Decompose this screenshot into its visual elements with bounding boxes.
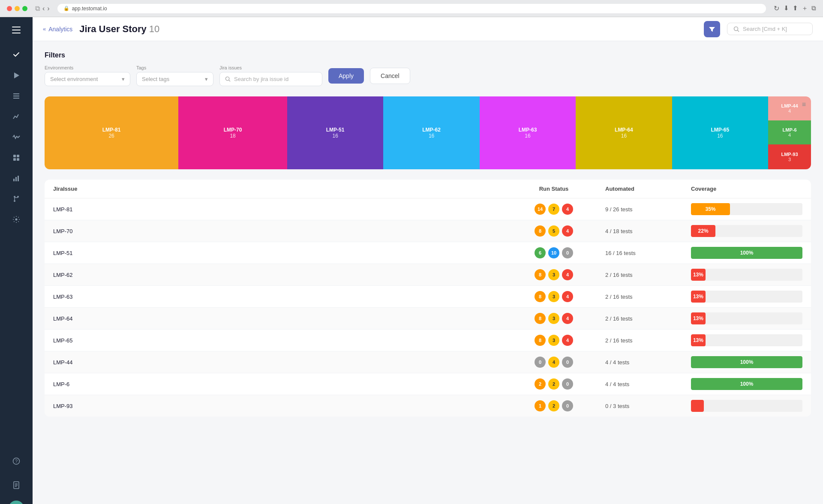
sidebar-item-fork[interactable]	[8, 190, 25, 207]
treemap-cell-lmp-65[interactable]: LMP-6516	[672, 96, 768, 169]
td-coverage: 100%	[682, 242, 811, 264]
sidebar-item-activity[interactable]	[8, 129, 25, 146]
table-row[interactable]: LMP-648342 / 16 tests13%	[45, 308, 811, 330]
table-row[interactable]: LMP-62204 / 4 tests100%	[45, 373, 811, 395]
sidebar-item-play[interactable]	[8, 67, 25, 84]
td-automated: 4 / 18 tests	[597, 220, 682, 242]
td-automated: 4 / 4 tests	[597, 351, 682, 373]
sidebar-item-import[interactable]	[8, 149, 25, 166]
environment-placeholder: Select environment	[50, 76, 98, 82]
coverage-bar: 100%	[691, 247, 802, 259]
sidebar-item-help[interactable]: ?	[8, 453, 25, 470]
treemap-cell-lmp-6[interactable]: LMP-64	[768, 120, 811, 144]
forward-button[interactable]: ›	[47, 5, 49, 12]
back-button[interactable]: ‹	[42, 5, 45, 12]
coverage-bar: 13%	[691, 291, 706, 303]
table-row[interactable]: LMP-628342 / 16 tests13%	[45, 264, 811, 286]
td-badges: 834	[511, 330, 597, 351]
coverage-bar-wrap: 13%	[691, 269, 802, 281]
table-row[interactable]: LMP-638342 / 16 tests13%	[45, 286, 811, 308]
status-badge: 3	[548, 291, 559, 302]
jira-label: Jira issues	[219, 65, 322, 70]
apply-button[interactable]: Apply	[328, 68, 364, 84]
breadcrumb-arrow-left: «	[43, 26, 46, 32]
th-issue: JiraIssue	[45, 180, 511, 198]
reload-icon[interactable]: ↻	[774, 4, 779, 12]
sidebar-item-chart[interactable]	[8, 170, 25, 187]
sidebar-item-docs[interactable]	[8, 477, 25, 494]
td-automated: 9 / 26 tests	[597, 198, 682, 220]
treemap-menu-icon[interactable]: ≡	[802, 101, 806, 108]
browser-navigation: ⧉ ‹ ›	[35, 5, 50, 12]
treemap-cell-lmp-44[interactable]: LMP-444	[768, 96, 811, 120]
maximize-dot[interactable]	[22, 6, 27, 11]
td-automated: 2 / 16 tests	[597, 264, 682, 285]
filter-button[interactable]	[704, 21, 720, 37]
environment-filter-group: Environments Select environment ▾	[45, 65, 130, 86]
svg-rect-5	[17, 155, 19, 157]
hamburger-menu[interactable]	[9, 22, 24, 38]
status-badge: 0	[562, 357, 573, 368]
chevron-down-icon: ▾	[122, 76, 125, 82]
treemap-cell-lmp-62[interactable]: LMP-6216	[383, 96, 479, 169]
tags-select[interactable]: Select tags ▾	[136, 72, 213, 86]
sidebar-item-analytics[interactable]	[8, 108, 25, 125]
td-automated: 2 / 16 tests	[597, 308, 682, 329]
sidebar-item-settings[interactable]	[8, 211, 25, 228]
analytics-breadcrumb[interactable]: « Analytics	[43, 26, 72, 33]
filters-section: Filters Environments Select environment …	[45, 51, 811, 86]
status-badge: 3	[548, 313, 559, 324]
svg-line-24	[738, 30, 739, 32]
svg-text:?: ?	[15, 459, 18, 464]
new-tab-icon[interactable]: ＋	[802, 4, 808, 12]
download-icon[interactable]: ⬇	[784, 4, 789, 12]
jira-search-input[interactable]: Search by jira issue id	[219, 72, 322, 86]
minimize-dot[interactable]	[15, 6, 20, 11]
td-coverage: 13%	[682, 308, 811, 329]
sidebar-toggle-icon[interactable]: ⧉	[35, 5, 40, 12]
filters-row: Environments Select environment ▾ Tags S…	[45, 65, 811, 86]
table-row[interactable]: LMP-8114749 / 26 tests35%	[45, 198, 811, 220]
coverage-bar: 35%	[691, 203, 730, 215]
address-bar[interactable]: 🔒 app.testomat.io	[57, 4, 766, 13]
table-row[interactable]: LMP-658342 / 16 tests13%	[45, 330, 811, 351]
status-badge: 0	[562, 400, 573, 411]
td-coverage: 35%	[682, 198, 811, 220]
status-badge: 8	[535, 313, 546, 324]
table-row[interactable]: LMP-51610016 / 16 tests100%	[45, 242, 811, 264]
treemap-cell-lmp-63[interactable]: LMP-6316	[480, 96, 576, 169]
treemap-cell-lmp-93[interactable]: LMP-933	[768, 144, 811, 169]
user-avatar[interactable]: T	[9, 501, 24, 504]
treemap-cell-lmp-64[interactable]: LMP-6416	[576, 96, 672, 169]
status-badge: 6	[535, 247, 546, 258]
status-badge: 3	[548, 335, 559, 346]
sidebar-item-list[interactable]	[8, 87, 25, 105]
td-coverage: 100%	[682, 373, 811, 395]
search-bar[interactable]: Search [Cmd + K]	[727, 23, 813, 35]
status-badge: 4	[562, 225, 573, 237]
main-content: « Analytics Jira User Story 10 Search [C…	[33, 17, 823, 504]
lock-icon: 🔒	[63, 6, 69, 11]
cancel-button[interactable]: Cancel	[370, 68, 410, 84]
table-row[interactable]: LMP-931200 / 3 tests0%	[45, 395, 811, 417]
sidebar-icon-browser[interactable]: ⧉	[811, 4, 816, 12]
tags-label: Tags	[136, 65, 213, 70]
close-dot[interactable]	[7, 6, 12, 11]
sidebar-bottom: ? T	[8, 453, 25, 504]
browser-actions: ⬇ ⬆ ＋ ⧉	[784, 4, 816, 12]
svg-point-23	[734, 27, 738, 30]
th-coverage: Coverage	[682, 180, 811, 198]
svg-point-12	[14, 200, 15, 202]
environment-select[interactable]: Select environment ▾	[45, 72, 130, 86]
jira-filter-group: Jira issues Search by jira issue id	[219, 65, 322, 86]
share-icon[interactable]: ⬆	[793, 4, 798, 12]
sidebar-item-check[interactable]	[8, 46, 25, 63]
coverage-bar-wrap: 100%	[691, 378, 802, 390]
table-row[interactable]: LMP-708544 / 18 tests22%	[45, 220, 811, 242]
table-row[interactable]: LMP-440404 / 4 tests100%	[45, 351, 811, 373]
treemap-cell-lmp-81[interactable]: LMP-8126	[45, 96, 178, 169]
td-issue-lmp-6: LMP-6	[45, 373, 511, 395]
treemap-cell-lmp-70[interactable]: LMP-7018	[178, 96, 287, 169]
td-issue-lmp-65: LMP-65	[45, 330, 511, 351]
treemap-cell-lmp-51[interactable]: LMP-5116	[287, 96, 383, 169]
